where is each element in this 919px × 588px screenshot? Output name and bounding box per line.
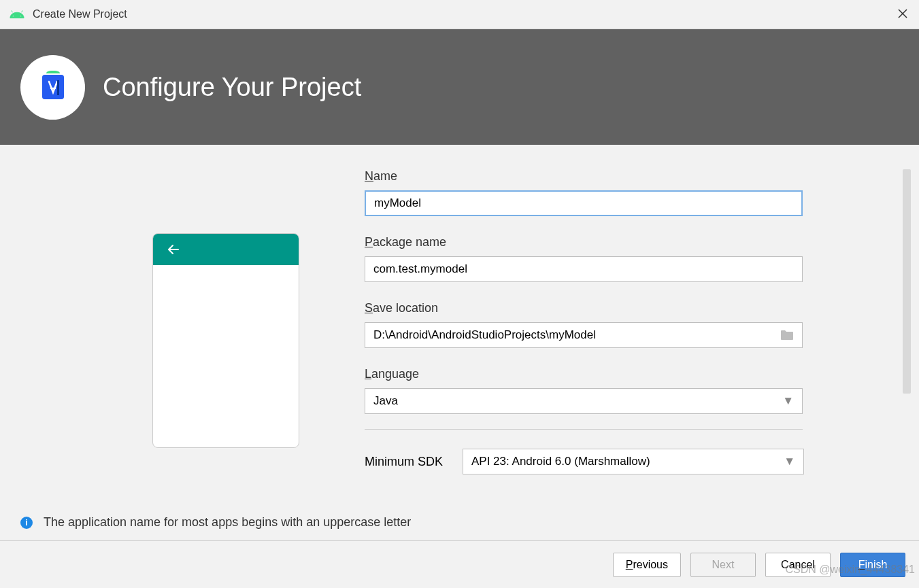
field-package: Package name: [365, 235, 892, 282]
package-label: Package name: [365, 235, 892, 249]
body: Name Package name Save location L: [0, 145, 919, 540]
scrollbar[interactable]: [903, 169, 911, 394]
arrow-back-icon: [165, 241, 182, 258]
save-location-input[interactable]: [373, 323, 775, 347]
form: Name Package name Save location L: [365, 169, 892, 474]
min-sdk-select[interactable]: API 23: Android 6.0 (Marshmallow) ▼: [463, 449, 804, 474]
android-studio-badge: [20, 55, 85, 120]
language-label: Language: [365, 367, 892, 381]
name-input-wrap[interactable]: [365, 190, 803, 216]
hint-row: i The application name for most apps beg…: [20, 515, 411, 530]
name-label: Name: [365, 169, 892, 184]
hint-text: The application name for most apps begin…: [44, 515, 411, 530]
preview-appbar: [153, 234, 299, 265]
package-input[interactable]: [373, 257, 794, 281]
folder-icon[interactable]: [780, 330, 794, 341]
page-title: Configure Your Project: [103, 73, 361, 102]
language-value: Java: [373, 394, 398, 408]
finish-button[interactable]: Finish: [840, 553, 905, 577]
name-input[interactable]: [374, 192, 793, 215]
field-save-location: Save location: [365, 301, 892, 348]
android-studio-icon: [34, 68, 72, 106]
divider: [365, 429, 803, 430]
package-input-wrap[interactable]: [365, 256, 803, 282]
save-location-input-wrap[interactable]: [365, 322, 803, 348]
android-icon: [10, 10, 24, 19]
min-sdk-label: Minimum SDK: [365, 455, 450, 469]
svg-rect-2: [57, 80, 59, 95]
field-min-sdk: Minimum SDK API 23: Android 6.0 (Marshma…: [365, 449, 892, 474]
close-icon[interactable]: [896, 7, 909, 20]
language-select[interactable]: Java ▼: [365, 388, 803, 414]
previous-button[interactable]: Previous: [613, 553, 681, 577]
min-sdk-value: API 23: Android 6.0 (Marshmallow): [471, 455, 650, 468]
titlebar: Create New Project: [0, 0, 919, 29]
header: Configure Your Project: [0, 29, 919, 145]
template-preview: [152, 233, 299, 448]
field-language: Language Java ▼: [365, 367, 892, 414]
window-title: Create New Project: [33, 8, 127, 20]
chevron-down-icon: ▼: [782, 394, 794, 408]
field-name: Name: [365, 169, 892, 216]
svg-rect-1: [42, 75, 64, 99]
footer: Previous Next Cancel Finish: [0, 540, 919, 588]
next-button: Next: [690, 553, 756, 577]
chevron-down-icon: ▼: [784, 455, 795, 468]
info-icon: i: [20, 517, 33, 529]
cancel-button[interactable]: Cancel: [765, 553, 831, 577]
save-location-label: Save location: [365, 301, 892, 315]
